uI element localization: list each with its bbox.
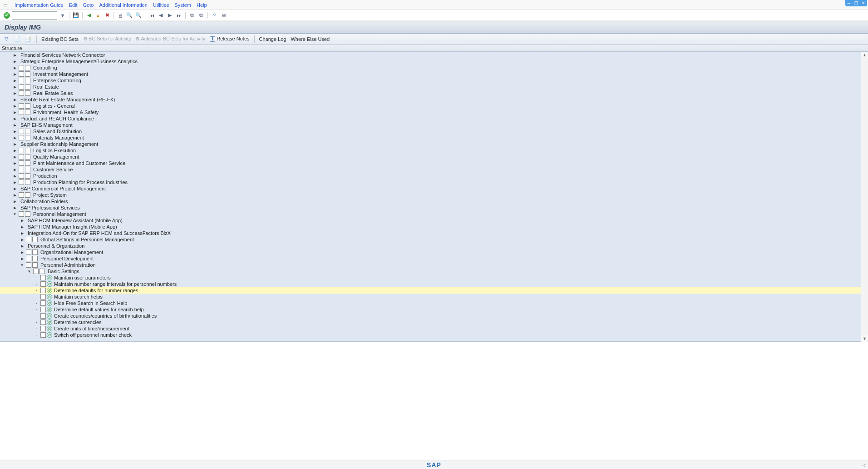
doc-icon[interactable] [19, 148, 24, 153]
where-else-used-button[interactable]: Where Else Used [291, 36, 330, 42]
execute-icon[interactable]: ⏱ [47, 294, 52, 299]
tree-row[interactable]: ▶Production Planning for Process Industr… [0, 179, 868, 185]
tree-row[interactable]: ▶Product and REACH Compliance [0, 115, 868, 122]
expand-icon[interactable]: ▶ [20, 219, 24, 223]
activity-icon[interactable] [25, 78, 30, 83]
doc-icon[interactable] [19, 211, 24, 217]
tree-row[interactable]: ·⏱Maintain search helps [0, 294, 868, 300]
next-page-icon[interactable]: ▶ [166, 12, 173, 19]
expand-icon[interactable]: ▼ [13, 212, 17, 216]
tree-row[interactable]: ▶Customer Service [0, 166, 868, 173]
expand-icon[interactable]: ▶ [13, 206, 17, 210]
tree-scroll[interactable]: ▲ ▼ [861, 52, 868, 342]
activity-icon[interactable] [25, 148, 30, 153]
tree-row[interactable]: ▶Supplier Relationship Management [0, 141, 868, 147]
doc-icon[interactable] [40, 300, 46, 306]
close-icon[interactable]: ✕ [860, 0, 867, 6]
tree-row[interactable]: ▶SAP EHS Management [0, 122, 868, 128]
tree-row[interactable]: ▶Organizational Management [0, 249, 868, 255]
new-session-icon[interactable]: ⧉ [188, 12, 196, 19]
expand-icon[interactable]: · [35, 282, 39, 286]
execute-icon[interactable]: ⏱ [47, 307, 52, 312]
activity-icon[interactable] [25, 154, 30, 160]
help-icon[interactable]: ? [211, 12, 218, 19]
doc-icon[interactable] [26, 256, 31, 261]
menu-utilities[interactable]: Utilities [153, 2, 169, 8]
expand-icon[interactable]: ▶ [20, 238, 24, 242]
doc-icon[interactable] [40, 307, 46, 312]
tree-row[interactable]: ▼Personnel Administration [0, 262, 868, 268]
activity-icon[interactable] [32, 237, 38, 242]
tree-row[interactable]: ▶SAP Commercial Project Management [0, 185, 868, 192]
cancel-icon[interactable]: ✖ [104, 12, 111, 19]
doc-icon[interactable] [19, 154, 24, 160]
img-activity-icon[interactable]: 📄 [14, 35, 21, 43]
release-notes-button[interactable]: i Release Notes [210, 36, 249, 42]
doc-icon[interactable] [19, 167, 24, 172]
expand-icon[interactable]: ▶ [13, 98, 17, 102]
expand-icon[interactable]: ▶ [13, 161, 17, 165]
doc-icon[interactable] [19, 78, 24, 83]
doc-icon[interactable] [19, 71, 24, 77]
tree-row[interactable]: ·⏱Determine defaults for number ranges [0, 287, 868, 294]
expand-icon[interactable]: ▼ [27, 269, 31, 274]
tree-row[interactable]: ·⏱Create units of time/measurement [0, 325, 868, 332]
enter-icon[interactable]: ✔ [4, 12, 10, 19]
expand-icon[interactable]: ▶ [20, 231, 24, 235]
expand-icon[interactable]: · [35, 276, 39, 280]
expand-icon[interactable]: ▶ [13, 130, 17, 134]
tree-row[interactable]: ▶Flexible Real Estate Management (RE-FX) [0, 96, 868, 103]
activity-icon[interactable] [25, 84, 30, 90]
save-icon[interactable]: 💾 [72, 12, 79, 19]
expand-icon[interactable]: ▶ [20, 225, 24, 229]
menu-help[interactable]: Help [197, 2, 207, 8]
doc-icon[interactable] [19, 173, 24, 179]
expand-icon[interactable]: ▶ [13, 117, 17, 121]
tree-row[interactable]: ▶SAP HCM Interview Assistant (Mobile App… [0, 217, 868, 224]
expand-all-icon[interactable]: ▽ [3, 35, 10, 43]
menu-goto[interactable]: Goto [83, 2, 94, 8]
scroll-down-icon[interactable]: ▼ [861, 335, 868, 342]
tree-row[interactable]: ▶Investment Management [0, 71, 868, 77]
activity-icon[interactable] [25, 135, 30, 140]
layout-icon[interactable]: 🖥 [220, 12, 227, 19]
expand-icon[interactable]: ▶ [13, 142, 17, 146]
tree-row[interactable]: ·⏱Maintain number range intervals for pe… [0, 281, 868, 287]
img-tree[interactable]: ▶Financial Services Network Connector▶St… [0, 52, 868, 342]
tree-row[interactable]: ▶Plant Maintenance and Customer Service [0, 160, 868, 166]
expand-icon[interactable]: ▶ [13, 149, 17, 153]
expand-icon[interactable]: ▼ [20, 263, 24, 267]
activity-icon[interactable] [32, 249, 38, 255]
execute-icon[interactable]: ⏱ [47, 281, 52, 287]
tree-row[interactable]: ▶SAP HCM Manager Insight (Mobile App) [0, 224, 868, 230]
execute-icon[interactable]: ⏱ [47, 300, 52, 306]
exit-icon[interactable]: ▲ [94, 12, 102, 19]
expand-icon[interactable]: · [35, 314, 39, 318]
tree-row[interactable]: ▼Basic Settings [0, 268, 868, 274]
app-menu-icon[interactable]: ☰ [2, 1, 9, 9]
tree-row[interactable]: ▶Quality Management [0, 154, 868, 160]
tree-row[interactable]: ▶Logistics Execution [0, 147, 868, 154]
execute-icon[interactable]: ⏱ [47, 332, 52, 338]
expand-icon[interactable]: ▶ [20, 244, 24, 248]
activity-icon[interactable] [25, 173, 30, 179]
expand-icon[interactable]: ▶ [20, 250, 24, 254]
execute-icon[interactable]: ⏱ [47, 275, 52, 280]
expand-icon[interactable]: ▶ [20, 257, 24, 261]
menu-edit[interactable]: Edit [69, 2, 78, 8]
expand-icon[interactable]: ▶ [13, 85, 17, 89]
tcode-input[interactable] [12, 11, 57, 20]
last-page-icon[interactable]: ⏭ [175, 12, 182, 19]
tree-row[interactable]: ▶Collaboration Folders [0, 198, 868, 205]
expand-icon[interactable]: ▶ [13, 110, 17, 115]
expand-icon[interactable]: ▶ [13, 72, 17, 76]
doc-icon[interactable] [26, 237, 31, 242]
tree-row[interactable]: ▶Global Settings in Personnel Management [0, 236, 868, 243]
activity-icon[interactable] [32, 262, 38, 268]
doc-icon[interactable] [26, 249, 31, 255]
doc-icon[interactable] [33, 269, 39, 274]
activity-icon[interactable] [25, 180, 30, 185]
expand-icon[interactable]: · [35, 289, 39, 293]
change-log-button[interactable]: Change Log [259, 36, 286, 42]
doc-icon[interactable] [19, 110, 24, 115]
